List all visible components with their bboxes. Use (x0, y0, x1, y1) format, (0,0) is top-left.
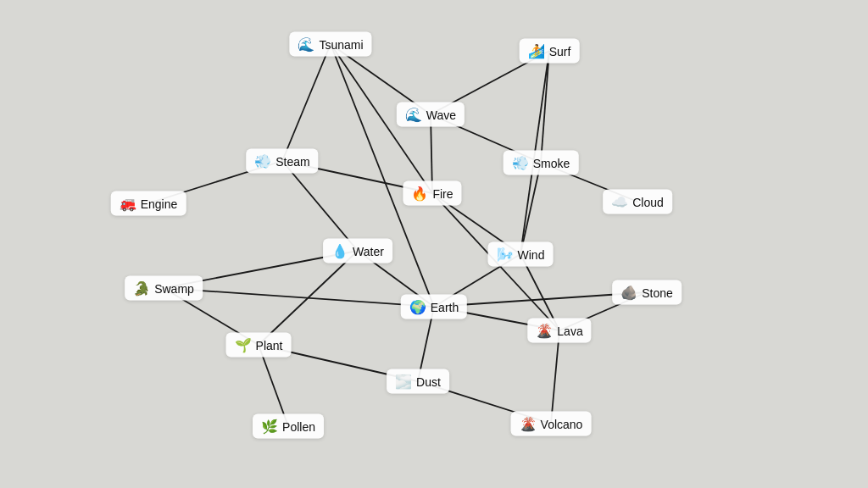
cloud-label: Cloud (632, 195, 664, 208)
water-icon: 💧 (331, 243, 348, 259)
node-volcano[interactable]: 🌋Volcano (511, 412, 592, 436)
wind-label: Wind (518, 247, 545, 261)
node-wave[interactable]: 🌊Wave (397, 103, 465, 127)
pollen-icon: 🌿 (261, 419, 278, 435)
node-fire[interactable]: 🔥Fire (403, 181, 461, 206)
node-surf[interactable]: 🏄Surf (520, 39, 580, 64)
node-water[interactable]: 💧Water (323, 239, 392, 263)
plant-icon: 🌱 (235, 337, 252, 353)
node-dust[interactable]: 🌫️Dust (387, 369, 449, 394)
plant-label: Plant (256, 338, 283, 352)
node-cloud[interactable]: ☁️Cloud (603, 190, 672, 214)
swamp-icon: 🐊 (133, 280, 150, 297)
node-tsunami[interactable]: 🌊Tsunami (289, 32, 371, 57)
earth-label: Earth (431, 300, 459, 313)
steam-label: Steam (275, 154, 309, 168)
svg-line-18 (259, 251, 358, 345)
surf-icon: 🏄 (528, 43, 545, 59)
svg-line-1 (282, 44, 331, 161)
node-stone[interactable]: 🪨Stone (612, 280, 682, 305)
node-lava[interactable]: 🌋Lava (527, 319, 591, 343)
cloud-icon: ☁️ (611, 194, 628, 210)
fire-icon: 🔥 (411, 186, 428, 202)
wind-icon: 🌬️ (497, 247, 514, 263)
node-earth[interactable]: 🌍Earth (401, 295, 467, 319)
smoke-icon: 💨 (512, 155, 529, 171)
swamp-label: Swamp (154, 281, 194, 295)
wave-label: Wave (426, 108, 456, 121)
stone-icon: 🪨 (620, 285, 637, 301)
lava-label: Lava (557, 324, 582, 337)
volcano-icon: 🌋 (520, 416, 537, 432)
edges-svg (0, 0, 868, 488)
dust-icon: 🌫️ (395, 374, 412, 390)
svg-line-10 (282, 161, 358, 251)
node-steam[interactable]: 💨Steam (246, 149, 318, 174)
svg-line-5 (541, 51, 549, 163)
surf-label: Surf (549, 44, 571, 58)
pollen-label: Pollen (282, 419, 315, 433)
wave-icon: 🌊 (405, 107, 422, 123)
node-plant[interactable]: 🌱Plant (226, 333, 292, 358)
engine-icon: 🚒 (120, 196, 136, 212)
node-wind[interactable]: 🌬️Wind (488, 242, 554, 267)
tsunami-icon: 🌊 (298, 36, 314, 53)
node-swamp[interactable]: 🐊Swamp (125, 276, 203, 301)
svg-line-13 (520, 163, 541, 254)
water-label: Water (353, 244, 384, 258)
steam-icon: 💨 (254, 153, 271, 169)
earth-icon: 🌍 (409, 299, 426, 315)
node-smoke[interactable]: 💨Smoke (504, 151, 579, 175)
dust-label: Dust (416, 374, 441, 388)
smoke-label: Smoke (533, 156, 570, 169)
tsunami-label: Tsunami (319, 37, 363, 51)
node-engine[interactable]: 🚒Engine (111, 191, 186, 216)
volcano-label: Volcano (541, 417, 583, 430)
svg-line-22 (164, 288, 434, 307)
lava-icon: 🌋 (536, 323, 553, 339)
svg-line-26 (551, 330, 559, 424)
node-pollen[interactable]: 🌿Pollen (253, 414, 324, 439)
stone-label: Stone (642, 286, 673, 299)
engine-label: Engine (141, 197, 178, 210)
svg-line-3 (331, 44, 434, 307)
graph-container: 🌊Tsunami🏄Surf🌊Wave💨Steam💨Smoke🚒Engine🔥Fi… (0, 0, 868, 488)
fire-label: Fire (432, 186, 453, 200)
